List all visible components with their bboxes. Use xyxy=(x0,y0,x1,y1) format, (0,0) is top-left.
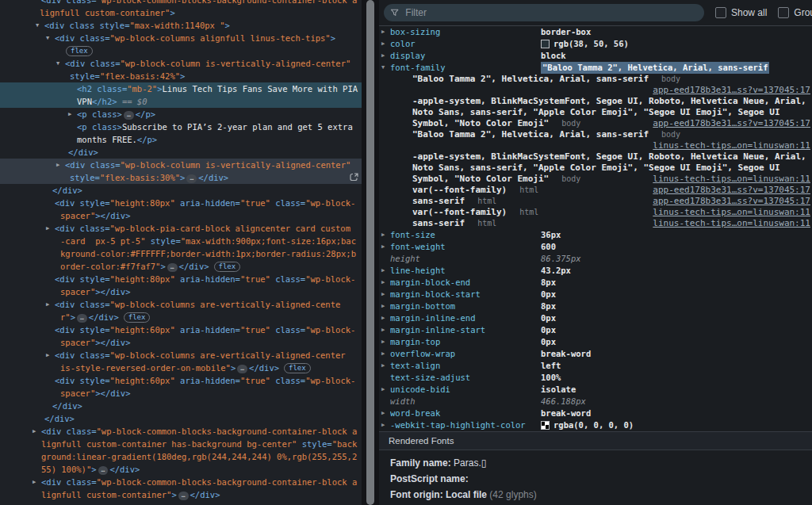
markup-line[interactable]: r">…</div>flex xyxy=(0,311,362,323)
computed-property-row[interactable]: ▶text-alignleft xyxy=(379,360,812,372)
expand-arrow-icon[interactable]: ▶ xyxy=(46,349,49,362)
computed-property-row[interactable]: ▶margin-inline-end0px xyxy=(379,312,812,324)
property-expand-arrow-icon[interactable]: ▶ xyxy=(381,229,385,241)
markup-line[interactable]: <div style="height:80px" aria-hidden="tr… xyxy=(0,273,362,285)
computed-property-row[interactable]: ▼font-family"Baloo Tamma 2", Helvetica, … xyxy=(379,62,812,74)
markup-line[interactable]: </div> xyxy=(0,184,362,197)
expand-arrow-icon[interactable]: ▶ xyxy=(33,476,36,488)
markup-line[interactable]: style="flex-basis:30%">…</div> xyxy=(0,171,362,184)
computed-property-row[interactable]: ▶word-breakbreak-word xyxy=(379,407,812,419)
color-swatch[interactable] xyxy=(541,40,550,48)
source-link[interactable]: app-eed178b3e31…ss?v=137045:17 xyxy=(653,196,810,207)
markup-line[interactable]: ▼<div class="wp-block-column is-vertical… xyxy=(0,57,362,70)
markup-line[interactable]: lignfull custom-container">…</div> xyxy=(0,488,362,501)
source-link[interactable]: linus-tech-tips…on=linuswan:11 xyxy=(653,174,810,185)
markup-line[interactable]: order-color:#f7faf7">…</div>flex xyxy=(0,260,362,273)
markup-line[interactable]: is-style-reversed-order-on-mobile">…</di… xyxy=(0,362,362,374)
computed-property-row[interactable]: ▶margin-top0px xyxy=(379,336,812,348)
markup-line[interactable]: ground:linear-gradient(180deg,rgb(244,24… xyxy=(0,450,362,463)
markup-line[interactable]: ▶<div class="wp-block-common-blocks-back… xyxy=(0,425,362,438)
markup-line[interactable]: </div> xyxy=(0,412,362,425)
markup-line[interactable]: </div> xyxy=(0,400,362,412)
markup-line[interactable]: ▶<div class="wp-block-columns are-vertic… xyxy=(0,349,362,362)
panel-splitter[interactable] xyxy=(362,0,379,505)
markup-line[interactable]: <h2 class="mb-2">Linus Tech Tips Fans Sa… xyxy=(0,82,362,95)
group-label[interactable]: Group xyxy=(794,7,812,18)
property-expand-arrow-icon[interactable]: ▶ xyxy=(381,38,385,50)
source-link[interactable]: app-eed178b3e31…ss?v=137045:17 xyxy=(653,118,810,129)
flex-badge[interactable]: flex xyxy=(66,46,93,56)
markup-line[interactable]: 55) 100%)">…</div> xyxy=(0,463,362,476)
group-checkbox[interactable] xyxy=(778,7,789,18)
expand-arrow-icon[interactable]: ▶ xyxy=(68,108,71,121)
expand-arrow-icon[interactable]: ▶ xyxy=(46,298,49,311)
property-expand-arrow-icon[interactable]: ▶ xyxy=(381,265,385,277)
computed-property-row[interactable]: ▶unicode-bidiisolate xyxy=(379,384,812,396)
markup-line[interactable]: ▶<div class="wp-block-pia-card-block ali… xyxy=(0,222,362,235)
computed-property-row[interactable]: ▶displayblock xyxy=(379,50,812,62)
computed-property-row[interactable]: ▶line-height43.2px xyxy=(379,265,812,277)
scroll-into-view-icon[interactable] xyxy=(349,172,359,182)
markup-line[interactable]: spacer"></div> xyxy=(0,336,362,349)
computed-property-row[interactable]: ▶margin-inline-start0px xyxy=(379,324,812,336)
source-link[interactable]: linus-tech-tips…on=linuswan:11 xyxy=(653,140,810,151)
markup-line[interactable]: spacer"></div> xyxy=(0,209,362,222)
flex-badge[interactable]: flex xyxy=(214,262,241,272)
flex-badge[interactable]: flex xyxy=(284,363,311,373)
property-expand-arrow-icon[interactable]: ▶ xyxy=(381,348,385,360)
property-expand-arrow-icon[interactable]: ▶ xyxy=(381,324,385,336)
computed-property-row[interactable]: height86.375px xyxy=(379,253,812,265)
markup-line[interactable]: <div style="height:60px" aria-hidden="tr… xyxy=(0,323,362,336)
source-link[interactable]: app-eed178b3e31…ss?v=137045:17 xyxy=(653,185,810,196)
flex-badge[interactable]: flex xyxy=(124,312,151,323)
expand-arrow-icon[interactable]: ▼ xyxy=(56,57,59,70)
markup-line[interactable]: </div> xyxy=(0,146,362,159)
property-expand-arrow-icon[interactable]: ▼ xyxy=(381,62,385,74)
markup-line[interactable]: <div class="wp-block-common-blocks-backg… xyxy=(0,0,362,6)
markup-line[interactable]: ▼<div class style="max-width:1140px "> xyxy=(0,19,362,32)
markup-line[interactable]: <div style="height:80px" aria-hidden="tr… xyxy=(0,197,362,209)
ellipsis-expander[interactable]: … xyxy=(186,174,197,183)
property-expand-arrow-icon[interactable]: ▶ xyxy=(381,50,385,62)
source-link[interactable]: app-eed178b3e31…ss?v=137045:17 xyxy=(653,85,810,96)
markup-line[interactable]: flex xyxy=(0,44,362,57)
markup-line[interactable]: ▶<div class="wp-block-common-blocks-back… xyxy=(0,476,362,488)
expand-arrow-icon[interactable]: ▶ xyxy=(33,425,36,438)
markup-line[interactable]: ▶<div class="wp-block-column is-vertical… xyxy=(0,159,362,171)
markup-line[interactable]: style="flex-basis:42%"> xyxy=(0,70,362,82)
ellipsis-expander[interactable]: … xyxy=(178,492,189,500)
markup-line[interactable]: kground-color:#FFFFFF;border-width:1px;b… xyxy=(0,247,362,260)
markup-line[interactable]: <p class>Subscribe to PIA’s 2-year plan … xyxy=(0,121,362,133)
property-expand-arrow-icon[interactable]: ▶ xyxy=(381,277,385,289)
ellipsis-expander[interactable]: … xyxy=(98,466,109,475)
computed-property-row[interactable]: ▶margin-block-end8px xyxy=(379,277,812,289)
computed-property-row[interactable]: ▶margin-bottom8px xyxy=(379,300,812,312)
ellipsis-expander[interactable]: … xyxy=(124,111,134,120)
markup-line[interactable]: -card px-5 pt-5" style="max-width:900px;… xyxy=(0,235,362,247)
ellipsis-expander[interactable]: … xyxy=(237,365,247,373)
markup-line[interactable]: VPN</h2> == $0 xyxy=(0,95,362,108)
computed-property-row[interactable]: ▶margin-block-start0px xyxy=(379,289,812,300)
markup-line[interactable]: <div style="height:60px" aria-hidden="tr… xyxy=(0,374,362,387)
property-expand-arrow-icon[interactable]: ▶ xyxy=(381,407,385,419)
markup-line[interactable]: ▶<div class="wp-block-columns are-vertic… xyxy=(0,298,362,311)
property-expand-arrow-icon[interactable]: ▶ xyxy=(381,26,385,38)
computed-property-row[interactable]: ▶font-size36px xyxy=(379,229,812,241)
computed-property-row[interactable]: width466.188px xyxy=(379,396,812,407)
property-expand-arrow-icon[interactable]: ▶ xyxy=(381,384,385,396)
property-expand-arrow-icon[interactable]: ▶ xyxy=(381,312,385,324)
show-all-checkbox[interactable] xyxy=(715,7,726,18)
ellipsis-expander[interactable]: … xyxy=(77,314,87,323)
property-expand-arrow-icon[interactable]: ▶ xyxy=(381,241,385,253)
property-expand-arrow-icon[interactable]: ▶ xyxy=(381,360,385,372)
expand-arrow-icon[interactable]: ▶ xyxy=(56,159,59,171)
property-expand-arrow-icon[interactable]: ▶ xyxy=(381,336,385,348)
computed-property-row[interactable]: ▶overflow-wrapbreak-word xyxy=(379,348,812,360)
expand-arrow-icon[interactable]: ▶ xyxy=(46,222,49,235)
source-link[interactable]: linus-tech-tips…on=linuswan:11 xyxy=(653,218,810,229)
markup-line[interactable]: ▼<div class="wp-block-columns alignfull … xyxy=(0,32,362,44)
computed-property-row[interactable]: ▶font-weight600 xyxy=(379,241,812,253)
property-expand-arrow-icon[interactable]: ▶ xyxy=(381,289,385,300)
computed-property-row[interactable]: ▶-webkit-tap-highlight-colorrgba(0, 0, 0… xyxy=(379,419,812,431)
color-swatch[interactable] xyxy=(541,421,550,430)
